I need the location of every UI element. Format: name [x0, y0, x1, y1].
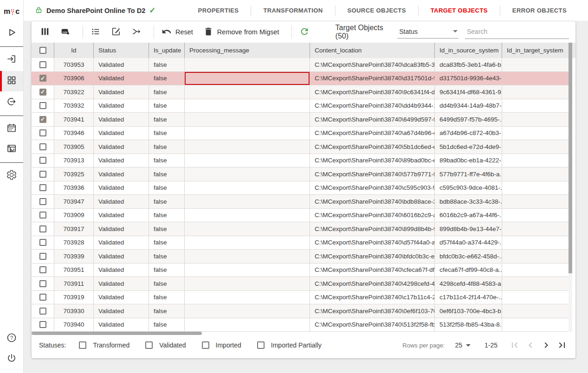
- vertical-scrollbar[interactable]: [569, 43, 572, 332]
- cell-content-location: C:\MCexport\SharePoint\38740\bdb88ace-3c…: [310, 195, 434, 209]
- columns-button[interactable]: [40, 26, 50, 38]
- cell-processing-message: [184, 304, 310, 318]
- vertical-scrollbar-thumb[interactable]: [569, 43, 572, 273]
- cell-content-location: C:\MCexport\SharePoint\38740\d57f44a0-a3…: [310, 236, 434, 250]
- table-row[interactable]: 703919 Validated false C:\MCexport\Share…: [32, 291, 575, 305]
- table-row[interactable]: 703906 Validated false C:\MCexport\Share…: [32, 72, 575, 86]
- status-filter-imported[interactable]: Imported: [202, 341, 241, 349]
- sidebar-item-settings[interactable]: [0, 167, 23, 185]
- row-checkbox[interactable]: [39, 89, 46, 96]
- refresh-button[interactable]: [299, 26, 310, 38]
- status-filter-checkbox[interactable]: [202, 341, 209, 349]
- table-row[interactable]: 703922 Validated false C:\MCexport\Share…: [32, 85, 575, 99]
- table-row[interactable]: 703939 Validated false C:\MCexport\Share…: [32, 250, 575, 264]
- table-row[interactable]: 703940 Validated false C:\MCexport\Share…: [32, 318, 575, 332]
- status-filter-select[interactable]: Status: [397, 26, 459, 39]
- edit-button[interactable]: [111, 26, 121, 38]
- table-row[interactable]: 703911 Validated false C:\MCexport\Share…: [32, 277, 575, 291]
- previous-page-button[interactable]: [524, 339, 536, 351]
- cell-is-update: false: [149, 291, 184, 305]
- column-header-status[interactable]: Status: [93, 43, 149, 58]
- row-checkbox[interactable]: [39, 225, 46, 232]
- tab-error-objects[interactable]: ERROR OBJECTS: [500, 7, 579, 14]
- sidebar-item-scheduler[interactable]: [0, 120, 23, 138]
- table-row[interactable]: 703953 Validated false C:\MCexport\Share…: [32, 58, 575, 72]
- tab-transformation[interactable]: TRANSFORMATION: [251, 7, 335, 14]
- cell-id: 703951: [54, 264, 93, 277]
- table-row[interactable]: 703936 Validated false C:\MCexport\Share…: [32, 181, 575, 195]
- attributes-list-button[interactable]: [90, 26, 101, 38]
- table-row[interactable]: 703925 Validated false C:\MCexport\Share…: [32, 167, 575, 181]
- table-row[interactable]: 703930 Validated false C:\MCexport\Share…: [32, 304, 575, 318]
- cell-id: 703936: [54, 181, 93, 195]
- sidebar-item-export[interactable]: [0, 93, 23, 112]
- merge-button[interactable]: [131, 26, 142, 38]
- column-header-processing-message[interactable]: Processing_message: [184, 43, 310, 58]
- select-all-checkbox[interactable]: [39, 47, 46, 54]
- row-checkbox[interactable]: [39, 212, 46, 219]
- sidebar-item-migsets[interactable]: [0, 71, 23, 91]
- row-checkbox[interactable]: [39, 61, 46, 68]
- last-page-button[interactable]: [556, 339, 568, 351]
- row-checkbox[interactable]: [39, 239, 46, 246]
- status-filter-transformed[interactable]: Transformed: [79, 341, 129, 349]
- column-header-id[interactable]: Id: [54, 43, 93, 58]
- play-icon: [6, 27, 17, 40]
- status-filter-checkbox[interactable]: [79, 341, 86, 349]
- column-header-is-update[interactable]: Is_update: [149, 43, 184, 58]
- search-input[interactable]: [465, 26, 569, 39]
- table-row[interactable]: 703909 Validated false C:\MCexport\Share…: [32, 209, 575, 223]
- status-filter-checkbox[interactable]: [257, 341, 265, 349]
- cell-status: Validated: [93, 250, 149, 264]
- tab-source-objects[interactable]: SOURCE OBJECTS: [336, 7, 418, 14]
- table-row[interactable]: 703928 Validated false C:\MCexport\Share…: [32, 236, 575, 250]
- table-row[interactable]: 703947 Validated false C:\MCexport\Share…: [32, 195, 575, 209]
- cell-processing-message: [184, 291, 310, 305]
- rows-per-page-select[interactable]: 25: [455, 341, 471, 349]
- row-checkbox[interactable]: [39, 253, 46, 260]
- cell-content-location: C:\MCexport\SharePoint\38740\89bad0bc-eb…: [310, 154, 434, 168]
- status-filter-validated[interactable]: Validated: [145, 341, 186, 349]
- sidebar-item-run[interactable]: [0, 24, 23, 43]
- first-page-button[interactable]: [509, 339, 521, 351]
- row-checkbox[interactable]: [39, 143, 46, 150]
- export-csv-button[interactable]: csv: [60, 26, 71, 38]
- status-filter-checkbox[interactable]: [145, 341, 153, 349]
- row-checkbox[interactable]: [39, 129, 46, 136]
- table-row[interactable]: 703951 Validated false C:\MCexport\Share…: [32, 264, 575, 277]
- horizontal-scrollbar[interactable]: [32, 332, 575, 335]
- column-header-content-location[interactable]: Content_location: [310, 43, 434, 58]
- row-checkbox[interactable]: [39, 280, 46, 287]
- table-row[interactable]: 703917 Validated false C:\MCexport\Share…: [32, 222, 575, 236]
- table-row[interactable]: 703946 Validated false C:\MCexport\Share…: [32, 127, 575, 141]
- sidebar-item-jobserver[interactable]: [0, 140, 23, 159]
- cell-id-in-target-system: [502, 167, 569, 181]
- reset-button[interactable]: Reset: [162, 26, 193, 38]
- sidebar-item-import[interactable]: [0, 51, 23, 69]
- table-row[interactable]: 703941 Validated false C:\MCexport\Share…: [32, 113, 575, 127]
- remove-from-migset-button[interactable]: Remove from Migset: [203, 26, 279, 38]
- table-row[interactable]: 703905 Validated false C:\MCexport\Share…: [32, 140, 575, 154]
- table-row[interactable]: 703913 Validated false C:\MCexport\Share…: [32, 154, 575, 168]
- tab-properties[interactable]: PROPERTIES: [186, 7, 251, 14]
- row-checkbox[interactable]: [39, 308, 46, 315]
- table-row[interactable]: 703932 Validated false C:\MCexport\Share…: [32, 99, 575, 113]
- next-page-button[interactable]: [540, 339, 552, 351]
- row-checkbox[interactable]: [39, 75, 46, 82]
- row-checkbox[interactable]: [39, 171, 46, 178]
- tab-target-objects[interactable]: TARGET OBJECTS: [419, 7, 500, 14]
- sidebar-item-logout[interactable]: [0, 350, 23, 368]
- row-checkbox[interactable]: [39, 157, 46, 164]
- row-checkbox[interactable]: [39, 116, 46, 123]
- row-checkbox[interactable]: [39, 266, 46, 273]
- row-checkbox[interactable]: [39, 198, 46, 205]
- column-header-id-in-source-system[interactable]: Id_in_source_system: [434, 43, 502, 58]
- row-checkbox[interactable]: [39, 184, 46, 191]
- column-header-id-in-target-system[interactable]: Id_in_target_system: [502, 43, 569, 58]
- sidebar-item-help[interactable]: ?: [0, 329, 23, 348]
- horizontal-scrollbar-thumb[interactable]: [32, 332, 202, 335]
- row-checkbox[interactable]: [39, 294, 46, 301]
- status-filter-imported-partially[interactable]: Imported Partially: [257, 341, 322, 349]
- row-checkbox[interactable]: [39, 102, 46, 109]
- row-checkbox[interactable]: [39, 321, 46, 328]
